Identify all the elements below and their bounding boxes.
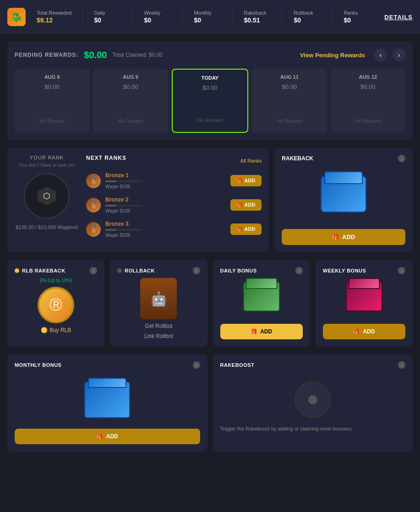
- nav-prev-button[interactable]: ‹: [374, 49, 387, 61]
- divider3: [182, 8, 183, 26]
- day-card-today: TODAY $0.00 No Reward: [172, 69, 248, 133]
- rlb-info-icon[interactable]: i: [90, 267, 97, 274]
- day-card-aug9: AUG 9 $0.00 No Reward: [93, 69, 168, 133]
- main-content: PENDING REWARDS: $0.00 Total Claimed: $0…: [0, 34, 420, 466]
- weekly-add-button[interactable]: 🎁 ADD: [323, 324, 405, 339]
- daily-value: $0: [94, 16, 121, 24]
- monthly-info-icon[interactable]: i: [193, 361, 200, 369]
- divider6: [332, 8, 333, 26]
- pending-rewards-card: PENDING REWARDS: $0.00 Total Claimed: $0…: [7, 41, 413, 140]
- bottom-row: MONTHLY BONUS i 🎁 ADD RAKEBOOST i Trigge…: [7, 354, 413, 459]
- bronze1-bar-fill: [105, 180, 116, 182]
- divider5: [282, 8, 283, 26]
- rakeback-card: RAKEBACK i 🎁 ADD: [274, 147, 413, 252]
- monthly-blue-chest: [84, 381, 130, 418]
- rlb-rakeback-card: RLB RAKEBACK i 0% (Up to 10%) Ⓡ 🟡 Buy RL…: [7, 260, 104, 347]
- weekly-bonus-header: WEEKLY BONUS i: [323, 267, 405, 274]
- day-amount-aug12: $0.00: [360, 83, 376, 90]
- no-reward-today: No Reward: [197, 117, 223, 123]
- nav-next-button[interactable]: ›: [393, 49, 405, 61]
- monthly-value: $0: [194, 16, 221, 24]
- rakeback-stat: Rakeback $0.51: [244, 10, 271, 24]
- rollback-indicator: [117, 268, 122, 273]
- day-cards: AUG 8 $0.00 No Reward AUG 9 $0.00 No Rew…: [15, 69, 405, 133]
- bronze1-name: Bronze 1: [105, 172, 226, 179]
- rank-item-bronze2: 🥉 Bronze 2 Wager $15K 🎁 ADD: [86, 196, 262, 213]
- day-card-aug12: AUG 12 $0.00 No Reward: [331, 69, 405, 133]
- day-card-aug11: AUG 11 $0.00 No Reward: [252, 69, 327, 133]
- no-reward-aug12: No Reward: [355, 118, 381, 124]
- all-ranks-link[interactable]: All Ranks: [240, 158, 262, 163]
- rakeback-add-button[interactable]: 🎁 ADD: [282, 229, 405, 245]
- bronze2-add-button[interactable]: 🎁 ADD: [230, 199, 262, 211]
- bronze1-info: Bronze 1 Wager $10K: [105, 172, 226, 189]
- daily-bonus-header: DAILY BONUS i: [220, 267, 303, 274]
- ranks-stat: Ranks $0: [344, 10, 371, 24]
- bronze3-bar: [105, 229, 142, 231]
- monthly-add-button[interactable]: 🎁 ADD: [15, 429, 200, 444]
- daily-bonus-title: DAILY BONUS: [220, 268, 257, 273]
- rank-circle: ⬡: [24, 173, 70, 219]
- no-reward-aug9: No Reward: [118, 118, 143, 124]
- weekly-stat: Weekly $0: [144, 10, 171, 24]
- total-rewarded-label: Total Rewarded: [37, 10, 71, 16]
- rank-item-bronze3: 🥉 Bronze 3 Wager $20K 🎁 ADD: [86, 221, 262, 238]
- monthly-chest: [80, 378, 135, 421]
- day-label-aug12: AUG 12: [359, 74, 377, 80]
- bronze3-wager: Wager $20K: [105, 233, 226, 238]
- details-button[interactable]: DETAILS: [384, 14, 413, 21]
- daily-add-button[interactable]: 🎁 ADD: [220, 324, 303, 339]
- bonus-row: RLB RAKEBACK i 0% (Up to 10%) Ⓡ 🟡 Buy RL…: [7, 260, 413, 347]
- bronze2-info: Bronze 2 Wager $15K: [105, 196, 226, 213]
- rakeboost-description: Trigger the Rakeboost by adding or claim…: [220, 425, 352, 432]
- divider4: [232, 8, 233, 26]
- rakeboost-title: RAKEBOOST: [220, 362, 255, 368]
- bronze3-add-button[interactable]: 🎁 ADD: [230, 223, 262, 235]
- buy-rlb-button[interactable]: 🟡 Buy RLB: [41, 327, 71, 333]
- daily-chest: [243, 282, 280, 316]
- rakeback-info-icon[interactable]: i: [398, 155, 405, 162]
- monthly-label: Monthly: [194, 10, 221, 16]
- next-ranks-title: NEXT RANKS: [86, 155, 126, 161]
- rollback-card: ROLLBACK i 🤖 Get Rollbot Link Rollbot: [110, 260, 207, 347]
- bronze3-icon: 🥉: [86, 222, 101, 237]
- bronze1-icon: 🥉: [86, 174, 101, 188]
- no-reward-aug8: No Reward: [39, 118, 65, 124]
- rakeback-value: $0.51: [244, 16, 271, 24]
- pending-label: PENDING REWARDS:: [15, 52, 78, 58]
- day-amount-aug8: $0.00: [44, 83, 60, 90]
- logo: 🐉: [7, 8, 26, 26]
- weekly-value: $0: [144, 16, 171, 24]
- rakeback-label: Rakeback: [244, 10, 271, 16]
- bronze3-bar-fill: [105, 229, 116, 231]
- daily-info-icon[interactable]: i: [295, 267, 303, 274]
- weekly-bonus-card: WEEKLY BONUS i 🎁 ADD: [316, 260, 413, 347]
- rakeboost-card: RAKEBOOST i Trigger the Rakeboost by add…: [213, 354, 413, 452]
- middle-row: YOUR RANK You don't have a rank yet ⬡ $1…: [7, 147, 413, 252]
- pink-chest-image: [346, 282, 382, 311]
- rollback-info-icon[interactable]: i: [193, 267, 200, 274]
- rakeback-title: RAKEBACK: [282, 155, 313, 162]
- rollback-header: ROLLBACK i: [117, 267, 200, 274]
- rlb-indicator: [15, 268, 19, 273]
- rakeboost-inner: [308, 395, 317, 404]
- monthly-bonus-title: MONTHLY BONUS: [15, 362, 61, 368]
- bronze1-add-button[interactable]: 🎁 ADD: [230, 175, 262, 186]
- daily-label: Daily: [94, 10, 121, 16]
- your-rank-section: YOUR RANK You don't have a rank yet ⬡ $1…: [15, 155, 79, 245]
- bronze3-name: Bronze 3: [105, 221, 226, 227]
- weekly-label: Weekly: [144, 10, 171, 16]
- get-rollbot-link[interactable]: Get Rollbot: [145, 323, 172, 329]
- your-rank-title: YOUR RANK: [30, 155, 64, 160]
- monthly-bonus-card: MONTHLY BONUS i 🎁 ADD: [7, 354, 207, 452]
- rakeback-header: RAKEBACK i: [282, 155, 405, 162]
- view-pending-button[interactable]: View Pending Rewards: [300, 52, 365, 59]
- weekly-info-icon[interactable]: i: [398, 267, 405, 274]
- rollback-stat: Rollback $0: [294, 10, 321, 24]
- bronze3-info: Bronze 3 Wager $20K: [105, 221, 226, 238]
- rakeboost-info-icon[interactable]: i: [398, 361, 405, 369]
- link-rollbot-link[interactable]: Link Rollbot: [144, 333, 173, 339]
- rlb-coin: Ⓡ: [38, 287, 74, 323]
- divider2: [132, 8, 133, 26]
- bronze2-name: Bronze 2: [105, 196, 226, 203]
